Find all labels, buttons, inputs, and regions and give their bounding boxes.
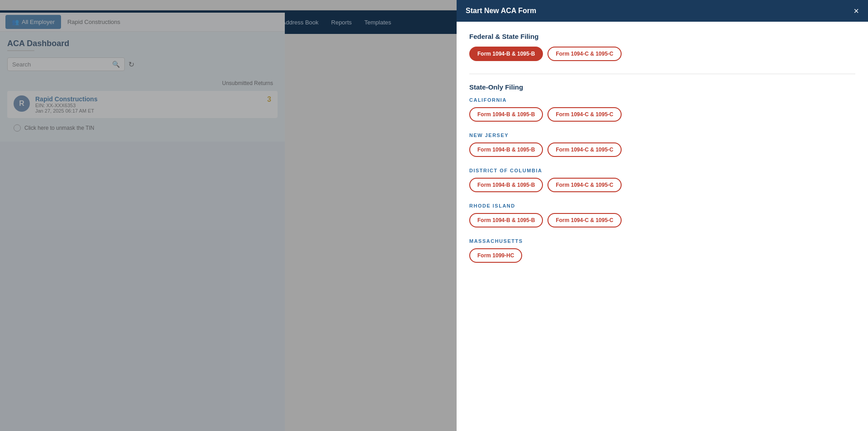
- state-only-section-title: State-Only Filing: [469, 83, 855, 91]
- dc-1094c-1095c-button[interactable]: Form 1094-C & 1095-C: [547, 178, 621, 192]
- federal-1094b-1095b-button[interactable]: Form 1094-B & 1095-B: [469, 47, 543, 61]
- modal-close-button[interactable]: ×: [854, 6, 859, 15]
- state-section-rhode-island: RHODE ISLAND Form 1094-B & 1095-B Form 1…: [469, 203, 855, 227]
- new-jersey-buttons-row: Form 1094-B & 1095-B Form 1094-C & 1095-…: [469, 142, 855, 157]
- ri-1094b-1095b-button[interactable]: Form 1094-B & 1095-B: [469, 213, 543, 227]
- massachusetts-buttons-row: Form 1099-HC: [469, 248, 855, 263]
- state-new-jersey-name: NEW JERSEY: [469, 133, 855, 138]
- federal-section-title: Federal & State Filing: [469, 33, 855, 40]
- state-california-name: CALIFORNIA: [469, 97, 855, 103]
- state-section-california: CALIFORNIA Form 1094-B & 1095-B Form 109…: [469, 97, 855, 122]
- ri-1094c-1095c-button[interactable]: Form 1094-C & 1095-C: [547, 213, 621, 227]
- federal-1094c-1095c-button[interactable]: Form 1094-C & 1095-C: [547, 47, 621, 61]
- dc-buttons-row: Form 1094-B & 1095-B Form 1094-C & 1095-…: [469, 178, 855, 192]
- modal-header: Start New ACA Form ×: [457, 0, 868, 22]
- nj-1094c-1095c-button[interactable]: Form 1094-C & 1095-C: [547, 142, 621, 157]
- state-section-new-jersey: NEW JERSEY Form 1094-B & 1095-B Form 109…: [469, 133, 855, 157]
- state-section-massachusetts: MASSACHUSETTS Form 1099-HC: [469, 238, 855, 263]
- section-divider: [469, 74, 855, 74]
- modal-title: Start New ACA Form: [466, 7, 536, 15]
- ca-1094c-1095c-button[interactable]: Form 1094-C & 1095-C: [547, 107, 621, 122]
- modal-panel: Start New ACA Form × Federal & State Fil…: [457, 0, 868, 431]
- state-rhode-island-name: RHODE ISLAND: [469, 203, 855, 208]
- state-section-dc: DISTRICT OF COLUMBIA Form 1094-B & 1095-…: [469, 168, 855, 192]
- ca-1094b-1095b-button[interactable]: Form 1094-B & 1095-B: [469, 107, 543, 122]
- nj-1094b-1095b-button[interactable]: Form 1094-B & 1095-B: [469, 142, 543, 157]
- federal-buttons-row: Form 1094-B & 1095-B Form 1094-C & 1095-…: [469, 47, 855, 61]
- ma-1099hc-button[interactable]: Form 1099-HC: [469, 248, 522, 263]
- rhode-island-buttons-row: Form 1094-B & 1095-B Form 1094-C & 1095-…: [469, 213, 855, 227]
- state-dc-name: DISTRICT OF COLUMBIA: [469, 168, 855, 173]
- california-buttons-row: Form 1094-B & 1095-B Form 1094-C & 1095-…: [469, 107, 855, 122]
- state-massachusetts-name: MASSACHUSETTS: [469, 238, 855, 244]
- modal-body: Federal & State Filing Form 1094-B & 109…: [457, 22, 868, 431]
- dc-1094b-1095b-button[interactable]: Form 1094-B & 1095-B: [469, 178, 543, 192]
